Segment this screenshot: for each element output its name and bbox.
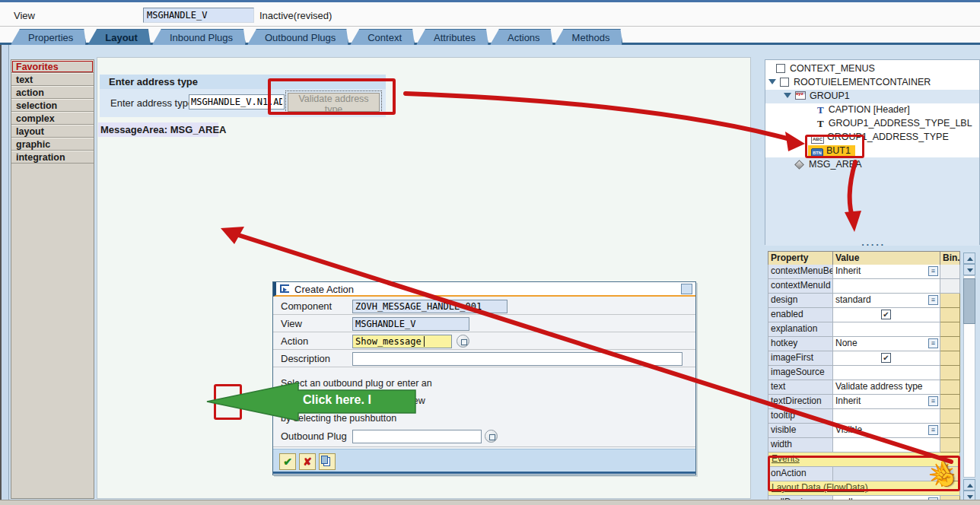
dialog-hint-line: Select an outbound plug or enter an: [281, 378, 432, 389]
property-value[interactable]: Validate address type: [833, 380, 940, 395]
property-value[interactable]: [833, 279, 940, 294]
binding-cell[interactable]: [940, 409, 960, 424]
dialog-titlebar[interactable]: Create Action: [273, 282, 695, 297]
palette-item-favorites[interactable]: Favorites: [11, 60, 94, 73]
outbound-plug-input[interactable]: [352, 430, 482, 443]
scroll-up-icon[interactable]: [963, 252, 975, 264]
palette-item-selection[interactable]: selection: [11, 99, 94, 112]
binding-cell[interactable]: [940, 337, 960, 351]
property-section-events[interactable]: Events: [768, 453, 960, 467]
address-type-label: Enter address type:: [110, 97, 196, 109]
palette-item-layout[interactable]: layout: [11, 125, 94, 138]
view-input[interactable]: [352, 317, 469, 331]
dropdown-list-icon[interactable]: ≡: [928, 266, 938, 276]
binding-cell[interactable]: [940, 366, 960, 380]
palette-item-graphic[interactable]: graphic: [11, 138, 94, 151]
view-name-input[interactable]: [143, 8, 254, 23]
property-value-text: standard: [835, 294, 871, 305]
tree-item-label: MSG_AREA: [809, 159, 861, 170]
address-type-input[interactable]: [189, 94, 285, 110]
palette-item-action[interactable]: action: [11, 86, 94, 99]
checkbox-checked-icon[interactable]: ✔: [881, 310, 891, 319]
property-value[interactable]: ✔: [833, 351, 940, 366]
confirm-button[interactable]: ✔: [279, 453, 296, 470]
dropdown-list-icon[interactable]: ≡: [928, 425, 938, 435]
property-name: text: [768, 380, 833, 395]
close-icon[interactable]: [681, 284, 692, 294]
scrollbar-thumb[interactable]: [963, 278, 975, 324]
binding-cell[interactable]: [940, 294, 960, 308]
property-value[interactable]: [833, 409, 940, 424]
dropdown-list-icon[interactable]: ≡: [928, 396, 938, 406]
binding-cell[interactable]: [940, 308, 960, 322]
message-area-placeholder[interactable]: MessageArea: MSG_AREA: [98, 122, 218, 137]
scroll-down-icon[interactable]: [963, 264, 975, 275]
binding-cell[interactable]: [940, 438, 960, 453]
tree-item-group1-address-type-lbl[interactable]: TGROUP1_ADDRESS_TYPE_LBL: [765, 117, 979, 131]
group-container[interactable]: Enter address type Enter address type: V…: [100, 75, 386, 117]
tree-item-context-menus[interactable]: CONTEXT_MENUS: [765, 62, 979, 76]
tab-attributes[interactable]: Attributes: [416, 29, 488, 45]
tab-actions[interactable]: Actions: [490, 29, 553, 45]
tree-item-group1[interactable]: GROUP1: [765, 90, 979, 103]
palette-item-integration[interactable]: integration: [11, 151, 94, 164]
palette-item-text[interactable]: text: [11, 73, 94, 86]
cancel-button[interactable]: ✘: [299, 453, 316, 470]
property-value[interactable]: None≡: [833, 337, 940, 351]
tab-properties[interactable]: Properties: [11, 29, 86, 45]
property-row-design: designstandard≡: [768, 294, 960, 308]
button-icon: BTN: [811, 148, 823, 157]
copy-transfer-button[interactable]: [319, 453, 336, 470]
chevron-down-icon[interactable]: [784, 93, 791, 98]
property-value[interactable]: [833, 366, 940, 380]
tree-checkbox[interactable]: [780, 78, 789, 87]
scroll-up-icon[interactable]: [963, 479, 975, 491]
f4-help-icon[interactable]: [457, 335, 469, 348]
checkbox-checked-icon[interactable]: ✔: [881, 353, 891, 363]
tree-item-but1[interactable]: BTNBUT1: [765, 145, 979, 158]
property-value[interactable]: [833, 322, 940, 337]
validate-address-button[interactable]: Validate address type: [288, 93, 380, 112]
property-value-text: Validate address type: [835, 381, 923, 392]
tab-methods[interactable]: Methods: [555, 29, 623, 45]
binding-cell[interactable]: [940, 424, 960, 438]
layout-designer-canvas[interactable]: Enter address type Enter address type: V…: [97, 57, 751, 499]
binding-cell[interactable]: [940, 380, 960, 395]
description-input[interactable]: [352, 352, 682, 366]
dialog-field-row: Description: [273, 351, 695, 367]
property-section-layout-data-flowdata-[interactable]: Layout Data (FlowData): [768, 481, 960, 496]
property-value[interactable]: Inherit≡: [833, 395, 940, 409]
palette-item-complex[interactable]: complex: [11, 112, 94, 125]
binding-cell[interactable]: [940, 322, 960, 337]
binding-cell[interactable]: [940, 279, 960, 294]
action-input[interactable]: [352, 335, 452, 348]
property-value[interactable]: [833, 467, 940, 481]
binding-cell[interactable]: [940, 351, 960, 366]
tree-item-group1-address-type[interactable]: ABCGROUP1_ADDRESS_TYPE: [765, 131, 979, 145]
tab-inbound-plugs[interactable]: Inbound Plugs: [152, 29, 246, 45]
tab-layout[interactable]: Layout: [88, 29, 151, 45]
chevron-down-icon[interactable]: [768, 79, 776, 84]
binding-cell[interactable]: [940, 265, 960, 279]
property-row-explanation: explanation: [768, 322, 960, 337]
f4-help-icon[interactable]: [485, 430, 498, 443]
tree-item-msg-area[interactable]: MSG_AREA: [765, 158, 979, 172]
tree-item-caption-header-[interactable]: TCAPTION [Header]: [765, 103, 979, 117]
dropdown-list-icon[interactable]: ≡: [928, 338, 938, 348]
property-value[interactable]: [833, 438, 940, 453]
property-name: enabled: [768, 308, 833, 322]
dropdown-list-icon[interactable]: ≡: [928, 295, 938, 305]
binding-cell[interactable]: [940, 395, 960, 409]
property-value[interactable]: Visible≡: [833, 424, 940, 438]
component-input[interactable]: [352, 300, 508, 313]
tree-checkbox[interactable]: [776, 64, 785, 73]
property-value[interactable]: standard≡: [833, 294, 940, 308]
property-value[interactable]: Inherit≡: [833, 265, 940, 279]
tab-context[interactable]: Context: [350, 29, 415, 45]
property-value[interactable]: ✔: [833, 308, 940, 322]
column-header: Bin..: [940, 251, 960, 265]
binding-cell[interactable]: [940, 467, 960, 481]
create-document-icon[interactable]: [945, 468, 953, 478]
tab-outbound-plugs[interactable]: Outbound Plugs: [247, 29, 348, 45]
panel-splitter-handle[interactable]: ·····: [851, 239, 896, 250]
